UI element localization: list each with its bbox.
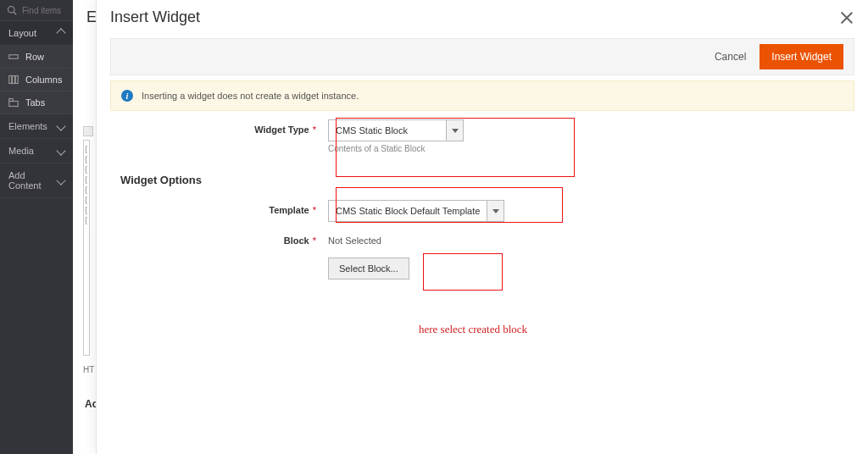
svg-rect-5 [15,76,18,84]
select-dropdown-button[interactable] [447,119,464,141]
widget-type-value: CMS Static Block [328,119,447,141]
admin-sidebar: Layout Row Columns Tabs Elements Media A… [0,0,73,454]
sidebar-item-label: Columns [25,75,62,85]
template-value: CMS Static Block Default Template [328,200,487,222]
sidebar-search-input[interactable] [22,6,64,15]
widget-type-select[interactable]: CMS Static Block [328,119,464,141]
sidebar-section-label: Add Content [8,170,58,191]
code-editor-fragment: {{{{{{{{ [83,140,90,356]
caret-down-icon [492,209,499,213]
block-value: Not Selected [328,230,381,246]
chevron-down-icon [56,146,65,155]
template-label: Template* [120,200,328,215]
info-text: Inserting a widget does not create a wid… [142,91,359,101]
annotation-text: here select created block [419,323,527,336]
widget-type-label: Widget Type* [120,119,328,135]
chevron-down-icon [56,121,65,130]
select-block-button[interactable]: Select Block... [328,257,409,280]
columns-icon [8,75,19,85]
search-icon [7,5,17,15]
sidebar-item-tabs[interactable]: Tabs [0,91,73,114]
modal-header: Insert Widget [97,0,868,38]
sidebar-item-label: Tabs [25,97,45,108]
sidebar-section-add-content[interactable]: Add Content [0,163,73,198]
sidebar-item-row[interactable]: Row [0,46,73,69]
sidebar-search[interactable] [0,0,73,21]
svg-rect-7 [9,99,14,102]
row-widget-type: Widget Type* CMS Static Block Contents o… [120,119,844,153]
required-star: * [313,125,316,135]
sidebar-section-layout[interactable]: Layout [0,21,73,46]
sidebar-item-columns[interactable]: Columns [0,69,73,91]
modal-form: Widget Type* CMS Static Block Contents o… [120,119,844,280]
template-select[interactable]: CMS Static Block Default Template [328,200,504,222]
row-block: Block* Not Selected [120,230,844,246]
chevron-up-icon [56,28,65,37]
svg-rect-3 [9,76,12,84]
select-dropdown-button[interactable] [487,200,504,222]
svg-rect-6 [9,102,19,107]
sidebar-section-label: Media [8,146,34,156]
insert-widget-button[interactable]: Insert Widget [760,44,843,69]
row-template: Template* CMS Static Block Default Templ… [120,200,844,222]
svg-line-1 [14,12,16,14]
insert-widget-modal: Insert Widget Cancel Insert Widget i Ins… [96,0,868,454]
html-tab-fragment: HT [83,365,94,374]
svg-rect-2 [9,55,19,59]
info-icon: i [121,90,133,102]
modal-action-bar: Cancel Insert Widget [110,38,854,75]
svg-point-0 [8,7,15,14]
svg-rect-4 [13,76,15,84]
widget-type-helper: Contents of a Static Block [328,144,464,153]
sidebar-section-label: Elements [8,121,47,131]
cancel-button[interactable]: Cancel [711,46,749,68]
block-label: Block* [120,230,328,246]
caret-down-icon [452,129,459,133]
sidebar-section-elements[interactable]: Elements [0,114,73,139]
row-select-block: Select Block... [120,257,844,280]
tabs-icon [8,97,19,108]
modal-title: Insert Widget [110,8,200,26]
info-banner: i Inserting a widget does not create a w… [110,80,854,111]
sidebar-item-label: Row [25,52,44,62]
sidebar-section-label: Layout [8,28,36,38]
required-star: * [313,235,316,246]
sidebar-section-media[interactable]: Media [0,139,73,163]
widget-options-heading: Widget Options [120,174,844,186]
required-star: * [313,205,316,215]
close-icon[interactable] [839,10,854,25]
row-icon [8,52,19,62]
toolbar-fragment [83,126,93,136]
